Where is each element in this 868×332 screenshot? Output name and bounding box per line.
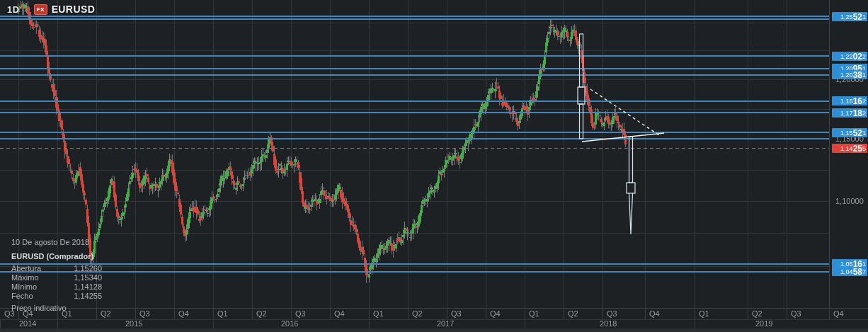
info-title: EURUSD (Comprador) [11,252,102,261]
quarter-tick [369,309,370,319]
ohlc-info-panel: 10 De agosto De 2018 EURUSD (Comprador) … [11,238,102,313]
quarter-tick [603,309,603,319]
quarter-label: Q2 [752,309,763,318]
axis-bottom-strip [0,328,868,332]
info-value: 1,14128 [74,282,102,292]
year-tick [525,319,525,328]
year-tick [0,319,1,328]
timeframe-button[interactable]: 1D [7,4,20,15]
quarter-label: Q2 [101,309,111,318]
fx-instrument-icon: FX [34,4,47,15]
quarter-tick [525,309,525,319]
price-chart-canvas[interactable] [0,0,868,332]
year-label: 2017 [437,319,454,328]
quarter-label: Q4 [334,309,345,318]
info-row-high: Máximo 1,15340 [11,273,102,282]
quarter-tick [486,309,486,319]
price-level-badge: 1,20381 [832,70,867,79]
year-label: 2015 [125,319,142,328]
year-tick [369,319,370,328]
current-price-badge: 1,14255 [832,144,867,153]
price-level-badge: 1,04587 [832,267,867,276]
symbol-label[interactable]: EURUSD [52,4,96,15]
quarter-tick [291,309,292,319]
year-label: 2014 [19,319,36,328]
info-row-open: Abertura 1,15260 [11,264,102,273]
price-level-badge: 1,15521 [832,128,867,137]
quarter-label: Q1 [217,309,228,318]
year-tick [695,319,695,328]
price-level-badge: 1,17182 [832,108,867,118]
quarter-label: Q4 [649,309,660,318]
quarter-tick [695,309,695,319]
trading-chart-window: 1D FX EURUSD 10 De agosto De 2018 EURUSD… [0,0,868,332]
info-label: Mínimo [11,282,37,292]
quarter-label: Q1 [699,309,709,318]
info-footnote: Preço indicativo [11,304,102,313]
info-value: 1,15260 [74,264,102,273]
quarter-label: Q4 [833,309,844,318]
quarter-label: Q4 [490,309,501,318]
quarter-tick [829,309,830,319]
year-label: 2018 [600,319,617,328]
quarter-label: Q1 [529,309,539,318]
quarter-label: Q2 [412,309,423,318]
info-row-close: Fecho 1,14255 [11,292,102,301]
year-tick [213,319,214,328]
quarter-label: Q2 [568,309,578,318]
price-level-badge: 1,22022 [832,52,867,61]
quarter-tick [135,309,136,319]
year-label: 2016 [281,319,298,328]
quarter-tick [213,309,214,319]
quarter-tick [564,309,564,319]
year-row: 201420152016201720182019 [0,319,868,329]
quarter-tick [174,309,175,319]
price-axis-label: 1,10000 [835,197,864,205]
chart-toolbar: 1D FX EURUSD [7,4,95,15]
info-value: 1,14255 [74,292,102,301]
quarter-tick [447,309,447,319]
info-row-low: Mínimo 1,14128 [11,282,102,292]
quarter-row: Q3Q4Q1Q2Q3Q4Q1Q2Q3Q4Q1Q2Q3Q4Q1Q2Q3Q4Q1Q2… [0,309,868,320]
quarter-tick [787,309,787,319]
time-axis[interactable]: Q3Q4Q1Q2Q3Q4Q1Q2Q3Q4Q1Q2Q3Q4Q1Q2Q3Q4Q1Q2… [0,308,868,332]
quarter-tick [330,309,331,319]
quarter-tick [408,309,409,319]
info-label: Fecho [11,292,33,301]
info-date: 10 De agosto De 2018 [11,238,102,247]
year-tick [57,319,58,328]
quarter-label: Q4 [178,309,189,318]
info-value: 1,15340 [74,273,102,282]
quarter-tick [252,309,253,319]
quarter-label: Q2 [256,309,267,318]
price-level-badge: 1,18162 [832,96,867,105]
quarter-label: Q3 [451,309,462,318]
quarter-label: Q3 [607,309,617,318]
quarter-tick [748,309,748,319]
quarter-label: Q3 [295,309,306,318]
quarter-tick [645,309,646,319]
info-label: Máximo [11,273,39,282]
price-level-badge: 1,25521 [832,12,867,21]
info-label: Abertura [11,264,41,273]
price-axis[interactable]: 1,200001,150001,100001,255211,220221,209… [829,0,868,308]
quarter-label: Q1 [373,309,384,318]
year-label: 2019 [755,319,772,328]
quarter-label: Q3 [791,309,801,318]
quarter-label: Q3 [139,309,150,318]
